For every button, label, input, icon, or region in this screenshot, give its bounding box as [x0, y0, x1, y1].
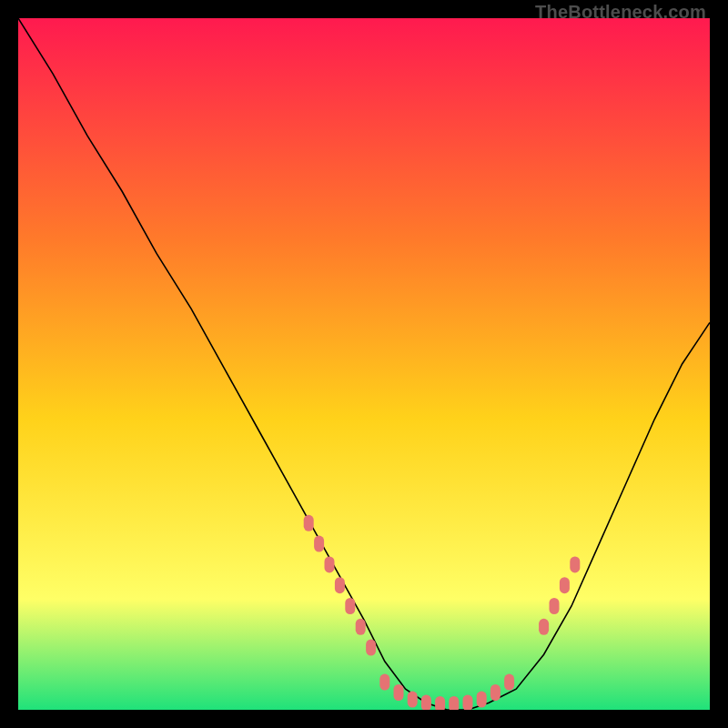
marker-dot — [560, 577, 570, 593]
marker-dot — [421, 694, 431, 710]
marker-dot — [539, 619, 549, 635]
marker-dot — [477, 692, 487, 708]
marker-dot — [345, 598, 355, 614]
marker-dot — [304, 515, 314, 531]
marker-dot — [356, 619, 366, 635]
marker-dot — [314, 536, 324, 552]
gradient-background — [18, 18, 710, 710]
marker-dot — [366, 640, 376, 656]
marker-dot — [394, 684, 404, 701]
marker-dot — [335, 577, 345, 593]
chart-frame: TheBottleneck.com — [0, 0, 728, 728]
chart-svg — [18, 18, 710, 710]
marker-dot — [379, 674, 389, 691]
marker-dot — [504, 674, 514, 691]
marker-dot — [325, 556, 335, 572]
marker-dot — [449, 696, 459, 710]
watermark-text: TheBottleneck.com — [535, 2, 706, 23]
marker-dot — [435, 696, 445, 710]
marker-dot — [490, 684, 500, 701]
marker-dot — [408, 692, 418, 708]
plot-area — [18, 18, 710, 710]
marker-dot — [570, 556, 580, 572]
marker-dot — [550, 598, 560, 614]
marker-dot — [463, 694, 473, 710]
